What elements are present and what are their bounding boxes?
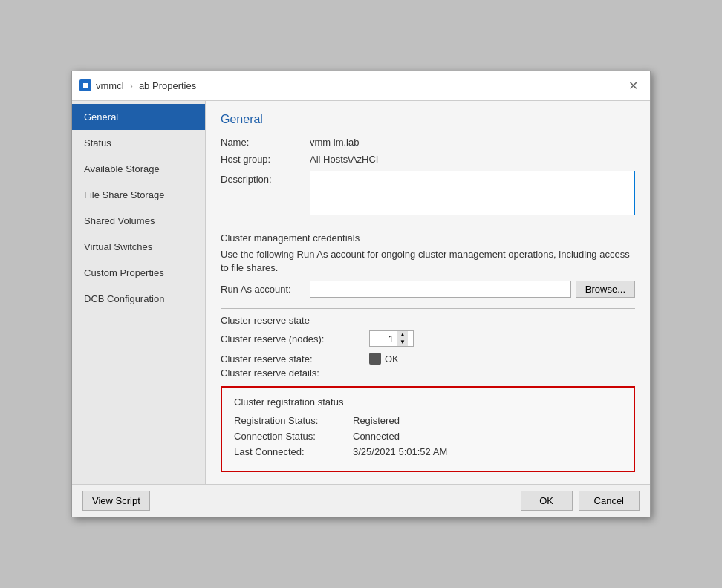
spinbox-up[interactable]: ▲ <box>397 331 408 339</box>
registration-status-row: Registration Status: Registered <box>234 415 622 426</box>
connection-status-label: Connection Status: <box>234 431 353 442</box>
cluster-state-label: Cluster reserve state: <box>221 353 369 365</box>
footer-right: OK Cancel <box>521 491 640 511</box>
description-input[interactable] <box>310 171 635 215</box>
last-connected-value: 3/25/2021 5:01:52 AM <box>353 446 447 457</box>
registration-box: Cluster registration status Registration… <box>221 386 635 472</box>
registration-status-value: Registered <box>353 415 400 426</box>
registration-status-label: Registration Status: <box>234 415 353 426</box>
host-group-label: Host group: <box>221 154 310 165</box>
title-bar-left: vmmcl › ab Properties <box>79 79 196 91</box>
close-button[interactable]: ✕ <box>624 77 643 94</box>
sidebar-item-dcb-configuration[interactable]: DCB Configuration <box>72 286 205 312</box>
name-row: Name: vmm lm.lab <box>221 137 635 148</box>
cluster-nodes-row: Cluster reserve (nodes): ▲ ▼ <box>221 330 635 347</box>
dialog-body: General Status Available Storage File Sh… <box>72 101 650 484</box>
cluster-reserve-title: Cluster reserve state <box>221 315 635 326</box>
host-group-value: All Hosts\AzHCI <box>310 154 378 165</box>
sidebar-item-shared-volumes[interactable]: Shared Volumes <box>72 208 205 234</box>
cluster-nodes-label: Cluster reserve (nodes): <box>221 333 369 344</box>
dialog-window: vmmcl › ab Properties ✕ General Status A… <box>71 71 651 517</box>
dialog-title: ab Properties <box>139 80 196 91</box>
dialog-footer: View Script OK Cancel <box>72 484 650 517</box>
cluster-state-value: OK <box>385 353 399 365</box>
run-as-input[interactable] <box>310 281 571 298</box>
cluster-reserve-section: Cluster reserve state Cluster reserve (n… <box>221 308 635 379</box>
last-connected-label: Last Connected: <box>234 446 353 457</box>
run-as-label: Run As account: <box>221 284 310 295</box>
spinbox-down[interactable]: ▼ <box>397 339 408 346</box>
cancel-button[interactable]: Cancel <box>579 491 640 511</box>
cluster-nodes-spinbox: ▲ ▼ <box>369 330 414 347</box>
cluster-state-row: Cluster reserve state: OK <box>221 353 635 365</box>
sidebar-item-general[interactable]: General <box>72 104 205 130</box>
spinbox-buttons: ▲ ▼ <box>397 331 408 346</box>
host-group-row: Host group: All Hosts\AzHCI <box>221 154 635 165</box>
divider-2 <box>221 308 635 309</box>
name-label: Name: <box>221 137 310 148</box>
cluster-details-label: Cluster reserve details: <box>221 368 369 379</box>
description-label: Description: <box>221 171 310 185</box>
app-icon <box>79 79 91 91</box>
sidebar-item-file-share-storage[interactable]: File Share Storage <box>72 182 205 208</box>
app-name: vmmcl <box>96 80 124 91</box>
registration-section-title: Cluster registration status <box>234 396 622 408</box>
run-as-row: Run As account: Browse... <box>221 281 635 298</box>
cluster-management-title: Cluster management credentials <box>221 232 635 244</box>
sidebar-item-custom-properties[interactable]: Custom Properties <box>72 260 205 286</box>
description-row: Description: <box>221 171 635 215</box>
sidebar-item-available-storage[interactable]: Available Storage <box>72 156 205 182</box>
last-connected-row: Last Connected: 3/25/2021 5:01:52 AM <box>234 446 622 457</box>
svg-rect-1 <box>83 83 88 88</box>
run-as-input-group: Browse... <box>310 281 635 298</box>
divider-1 <box>221 226 635 226</box>
status-icon <box>369 353 381 365</box>
browse-button[interactable]: Browse... <box>576 281 635 298</box>
ok-button[interactable]: OK <box>521 491 573 511</box>
sidebar: General Status Available Storage File Sh… <box>72 101 206 484</box>
cluster-nodes-input[interactable] <box>370 332 397 346</box>
cluster-management-desc: Use the following Run As account for ong… <box>221 248 635 275</box>
view-script-button[interactable]: View Script <box>82 491 150 511</box>
cluster-management-section: Cluster management credentials Use the f… <box>221 226 635 298</box>
name-value: vmm lm.lab <box>310 137 359 148</box>
sidebar-item-virtual-switches[interactable]: Virtual Switches <box>72 234 205 260</box>
sidebar-item-status[interactable]: Status <box>72 130 205 156</box>
page-title: General <box>221 113 635 126</box>
main-content: General Name: vmm lm.lab Host group: All… <box>206 101 650 484</box>
title-separator: › <box>130 80 133 91</box>
title-bar: vmmcl › ab Properties ✕ <box>72 71 650 101</box>
connection-status-value: Connected <box>353 431 400 442</box>
connection-status-row: Connection Status: Connected <box>234 431 622 442</box>
cluster-details-row: Cluster reserve details: <box>221 368 635 379</box>
